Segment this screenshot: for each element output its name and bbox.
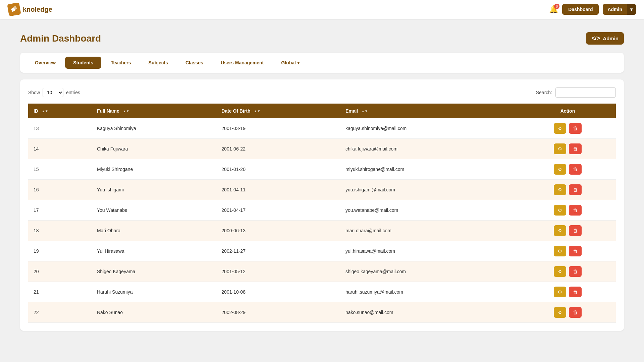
- table-body: 13Kaguya Shinomiya2001-03-19kaguya.shino…: [28, 118, 616, 323]
- delete-button[interactable]: 🗑: [569, 143, 582, 154]
- cell-action: ⚙🗑: [520, 139, 616, 159]
- table-section: Show 10 25 50 100 entries Search: ID ▲▼: [20, 79, 624, 331]
- table-row: 21Haruhi Suzumiya2001-10-08haruhi.suzumi…: [28, 282, 616, 302]
- cell-id: 16: [28, 180, 92, 200]
- delete-button[interactable]: 🗑: [569, 184, 582, 195]
- cell-email: yui.hirasawa@mail.com: [340, 241, 520, 261]
- tab-subjects[interactable]: Subjects: [141, 57, 176, 69]
- logo-text: knoledge: [23, 6, 52, 13]
- edit-button[interactable]: ⚙: [554, 184, 566, 195]
- notification-button[interactable]: 🔔 0: [549, 5, 558, 14]
- admin-badge-label: Admin: [603, 36, 619, 41]
- cell-dob: 2002-11-27: [216, 241, 340, 261]
- cell-action: ⚙🗑: [520, 200, 616, 221]
- delete-button[interactable]: 🗑: [569, 266, 582, 277]
- cell-full-name: Nako Sunao: [92, 302, 216, 323]
- edit-button[interactable]: ⚙: [554, 287, 566, 297]
- cell-id: 18: [28, 221, 92, 241]
- delete-button[interactable]: 🗑: [569, 287, 582, 297]
- cell-action: ⚙🗑: [520, 261, 616, 282]
- code-icon: </>: [591, 35, 600, 42]
- cell-action: ⚙🗑: [520, 180, 616, 200]
- tab-overview[interactable]: Overview: [27, 57, 64, 69]
- edit-button[interactable]: ⚙: [554, 164, 566, 175]
- delete-button[interactable]: 🗑: [569, 205, 582, 216]
- tab-users-management[interactable]: Users Management: [213, 57, 272, 69]
- tab-teachers[interactable]: Teachers: [103, 57, 139, 69]
- cell-id: 22: [28, 302, 92, 323]
- cell-email: haruhi.suzumiya@mail.com: [340, 282, 520, 302]
- delete-button[interactable]: 🗑: [569, 307, 582, 318]
- cell-id: 13: [28, 118, 92, 139]
- edit-button[interactable]: ⚙: [554, 266, 566, 277]
- cell-full-name: Miyuki Shirogane: [92, 159, 216, 180]
- table-row: 22Nako Sunao2002-08-29nako.sunao@mail.co…: [28, 302, 616, 323]
- students-table: ID ▲▼ Full Name ▲▼ Date Of Birth ▲▼ Emai…: [28, 104, 616, 323]
- tab-students[interactable]: Students: [65, 57, 101, 69]
- cell-id: 19: [28, 241, 92, 261]
- cell-dob: 2001-10-08: [216, 282, 340, 302]
- col-full-name[interactable]: Full Name ▲▼: [92, 104, 216, 118]
- admin-dropdown-arrow[interactable]: ▾: [627, 4, 636, 15]
- cell-full-name: Yui Hirasawa: [92, 241, 216, 261]
- edit-button[interactable]: ⚙: [554, 307, 566, 318]
- table-header: ID ▲▼ Full Name ▲▼ Date Of Birth ▲▼ Emai…: [28, 104, 616, 118]
- admin-dropdown[interactable]: Admin ▾: [603, 4, 636, 15]
- cell-dob: 2001-04-11: [216, 180, 340, 200]
- cell-email: you.watanabe@mail.com: [340, 200, 520, 221]
- delete-button[interactable]: 🗑: [569, 246, 582, 256]
- entries-label: entries: [66, 90, 80, 95]
- cell-full-name: You Watanabe: [92, 200, 216, 221]
- main-content: Admin Dashboard </> Admin Overview Stude…: [0, 19, 644, 344]
- cell-full-name: Kaguya Shinomiya: [92, 118, 216, 139]
- table-row: 20Shigeo Kageyama2001-05-12shigeo.kageya…: [28, 261, 616, 282]
- cell-email: miyuki.shirogane@mail.com: [340, 159, 520, 180]
- col-dob[interactable]: Date Of Birth ▲▼: [216, 104, 340, 118]
- show-entries: Show 10 25 50 100 entries: [28, 88, 80, 97]
- entries-select[interactable]: 10 25 50 100: [43, 88, 63, 97]
- cell-id: 21: [28, 282, 92, 302]
- page-title: Admin Dashboard: [20, 33, 101, 44]
- edit-button[interactable]: ⚙: [554, 246, 566, 256]
- cell-email: nako.sunao@mail.com: [340, 302, 520, 323]
- delete-button[interactable]: 🗑: [569, 225, 582, 236]
- table-row: 19Yui Hirasawa2002-11-27yui.hirasawa@mai…: [28, 241, 616, 261]
- cell-id: 14: [28, 139, 92, 159]
- delete-button[interactable]: 🗑: [569, 123, 582, 134]
- navbar-right: 🔔 0 Dashboard Admin ▾: [549, 4, 636, 15]
- cell-email: chika.fujiwara@mail.com: [340, 139, 520, 159]
- cell-action: ⚙🗑: [520, 282, 616, 302]
- search-label: Search:: [536, 90, 552, 95]
- cell-email: shigeo.kageyama@mail.com: [340, 261, 520, 282]
- delete-button[interactable]: 🗑: [569, 164, 582, 175]
- cell-id: 15: [28, 159, 92, 180]
- cell-full-name: Shigeo Kageyama: [92, 261, 216, 282]
- table-row: 13Kaguya Shinomiya2001-03-19kaguya.shino…: [28, 118, 616, 139]
- cell-action: ⚙🗑: [520, 159, 616, 180]
- cell-full-name: Chika Fujiwara: [92, 139, 216, 159]
- col-id[interactable]: ID ▲▼: [28, 104, 92, 118]
- tab-classes[interactable]: Classes: [177, 57, 211, 69]
- edit-button[interactable]: ⚙: [554, 205, 566, 216]
- cell-dob: 2000-06-13: [216, 221, 340, 241]
- table-row: 16Yuu Ishigami2001-04-11yuu.ishigami@mai…: [28, 180, 616, 200]
- show-label: Show: [28, 90, 40, 95]
- cell-dob: 2001-03-19: [216, 118, 340, 139]
- cell-action: ⚙🗑: [520, 118, 616, 139]
- col-email[interactable]: Email ▲▼: [340, 104, 520, 118]
- cell-full-name: Haruhi Suzumiya: [92, 282, 216, 302]
- edit-button[interactable]: ⚙: [554, 143, 566, 154]
- tab-global[interactable]: Global ▾: [273, 57, 308, 69]
- dashboard-button[interactable]: Dashboard: [562, 4, 599, 15]
- edit-button[interactable]: ⚙: [554, 225, 566, 236]
- search-input[interactable]: [555, 87, 616, 98]
- logo[interactable]: knoledge: [8, 3, 52, 15]
- cell-action: ⚙🗑: [520, 302, 616, 323]
- cell-dob: 2001-04-17: [216, 200, 340, 221]
- tabs-container: Overview Students Teachers Subjects Clas…: [20, 53, 624, 73]
- edit-button[interactable]: ⚙: [554, 123, 566, 134]
- cell-id: 17: [28, 200, 92, 221]
- cell-dob: 2001-05-12: [216, 261, 340, 282]
- admin-label: Admin: [603, 4, 627, 15]
- col-action: Action: [520, 104, 616, 118]
